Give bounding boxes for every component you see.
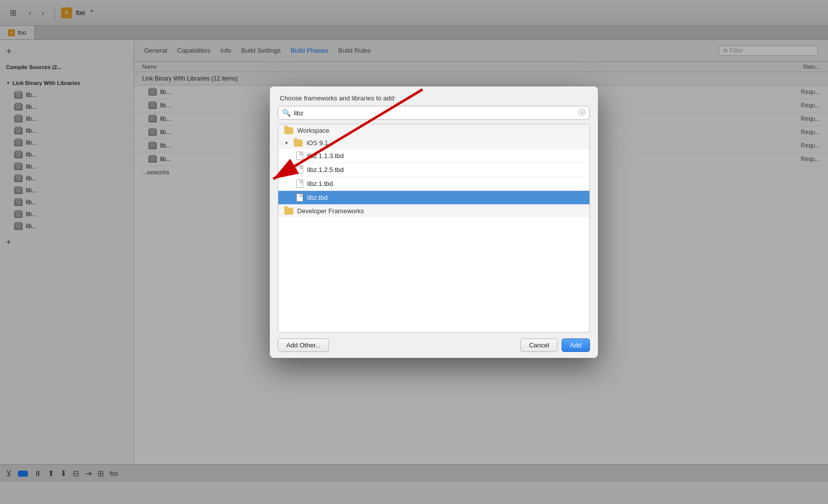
libz125-label: libz.1.2.5.tbd <box>307 166 344 173</box>
ios91-label: iOS 9.1 <box>307 139 328 147</box>
libz113-file-icon <box>296 152 303 160</box>
add-other-button[interactable]: Add Other... <box>278 338 329 352</box>
libz125-row[interactable]: libz.1.2.5.tbd <box>278 163 589 177</box>
devframeworks-folder-icon <box>284 208 293 215</box>
workspace-folder-icon <box>284 127 293 134</box>
libz125-file-icon <box>296 166 303 174</box>
ios91-row[interactable]: ▼ iOS 9.1 <box>278 137 589 149</box>
modal-overlay: Choose frameworks and libraries to add: … <box>0 0 828 504</box>
search-clear-button[interactable]: ⓧ <box>579 108 585 117</box>
libz-row[interactable]: libz.tbd <box>278 191 589 205</box>
workspace-label: Workspace <box>297 127 330 134</box>
search-box[interactable]: 🔍 ⓧ <box>278 106 590 120</box>
libz113-label: libz.1.1.3.tbd <box>307 152 344 160</box>
libz-label: libz.tbd <box>307 194 328 201</box>
devframeworks-label: Developer Frameworks <box>297 207 364 215</box>
search-icon: 🔍 <box>282 109 291 117</box>
add-button[interactable]: Add <box>562 338 590 352</box>
search-input[interactable] <box>294 109 576 117</box>
libz1-file-icon <box>296 179 303 188</box>
libz-file-icon <box>296 193 303 202</box>
libz113-row[interactable]: libz.1.1.3.tbd <box>278 149 589 163</box>
libz1-row[interactable]: libz.1.tbd <box>278 177 589 191</box>
cancel-button[interactable]: Cancel <box>520 338 557 352</box>
devframeworks-row[interactable]: Developer Frameworks <box>278 205 589 217</box>
dialog-footer: Add Other... Cancel Add <box>270 333 598 358</box>
dialog-title: Choose frameworks and libraries to add: <box>270 86 598 106</box>
libz1-label: libz.1.tbd <box>307 180 333 187</box>
ios91-triangle: ▼ <box>284 141 289 146</box>
frameworks-list: Workspace ▼ iOS 9.1 libz.1.1.3.tbd libz.… <box>278 124 590 333</box>
workspace-row[interactable]: Workspace <box>278 124 589 137</box>
ios91-folder-icon <box>294 140 303 147</box>
dialog: Choose frameworks and libraries to add: … <box>270 86 598 358</box>
